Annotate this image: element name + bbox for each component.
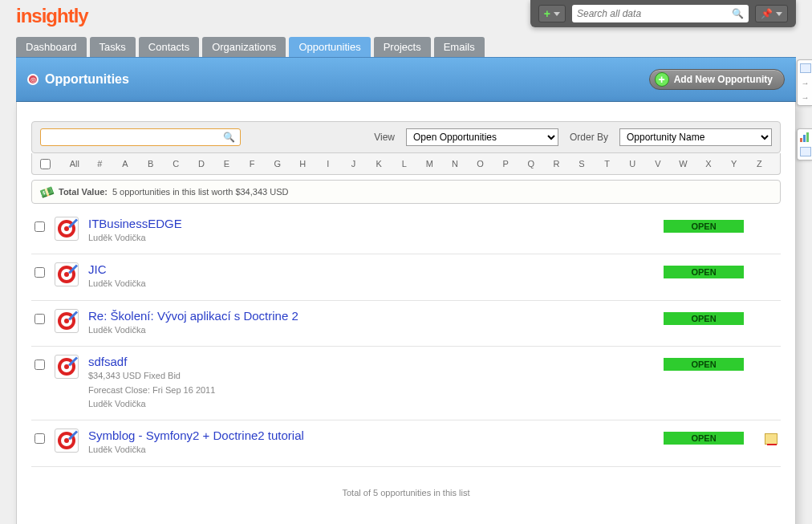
- row-actions: [753, 433, 777, 445]
- arrow-right-icon[interactable]: →: [800, 92, 811, 102]
- filter-bar: 🔍 View Open Opportunities Order By Oppor…: [31, 121, 781, 153]
- window-icon[interactable]: [800, 147, 811, 156]
- logo[interactable]: insightly: [16, 5, 88, 27]
- right-dock: → →: [797, 59, 812, 183]
- alpha-filter-l[interactable]: L: [392, 156, 417, 171]
- row-checkbox[interactable]: [35, 314, 45, 324]
- alpha-filter-i[interactable]: I: [315, 156, 341, 171]
- opportunity-title[interactable]: ITBusinessEDGE: [88, 217, 182, 230]
- alpha-filter-u[interactable]: U: [619, 156, 645, 171]
- alpha-filter-v[interactable]: V: [645, 156, 671, 171]
- alpha-filter-p[interactable]: P: [493, 156, 518, 171]
- opportunity-icon: [55, 217, 79, 241]
- alpha-filter-c[interactable]: C: [163, 156, 189, 171]
- opportunity-subline: Luděk Vodička: [88, 278, 622, 290]
- dock-group-2[interactable]: [797, 128, 812, 160]
- row-info: Symblog - Symfony2 + Doctrine2 tutorialL…: [88, 429, 622, 456]
- alpha-filter-a[interactable]: A: [112, 156, 138, 171]
- alpha-filter-y[interactable]: Y: [721, 156, 747, 171]
- opportunity-title[interactable]: Re: Školení: Vývoj aplikací s Doctrine 2: [88, 309, 298, 323]
- top-toolbar: + 🔍 📌: [530, 0, 796, 27]
- alpha-filter-n[interactable]: N: [442, 156, 468, 171]
- order-by-select[interactable]: Opportunity Name: [619, 128, 772, 146]
- alpha-filter-m[interactable]: M: [417, 156, 443, 171]
- alpha-filter-w[interactable]: W: [671, 156, 696, 171]
- global-search-input[interactable]: [577, 8, 732, 19]
- row-info: ITBusinessEDGELuděk Vodička: [88, 217, 622, 244]
- alpha-filter-all[interactable]: All: [62, 156, 87, 171]
- alpha-filter-x[interactable]: X: [696, 156, 721, 171]
- opportunity-title[interactable]: JIC: [88, 262, 107, 276]
- quick-add-button[interactable]: +: [538, 5, 566, 22]
- status-badge: OPEN: [664, 312, 744, 325]
- total-value-text: 5 opportunities in this list worth $34,3…: [112, 187, 289, 197]
- list-search-input[interactable]: [46, 132, 223, 143]
- bar-chart-icon[interactable]: [800, 132, 811, 142]
- alpha-filter: All#ABCDEFGHIJKLMNOPQRSTUVWXYZ: [31, 153, 781, 175]
- arrow-right-icon[interactable]: →: [800, 78, 811, 87]
- dock-group-1[interactable]: → →: [797, 59, 812, 106]
- opportunity-icon: [55, 262, 79, 286]
- tab-dashboard[interactable]: Dashboard: [16, 37, 87, 57]
- add-opportunity-label: Add New Opportunity: [674, 74, 773, 85]
- alpha-filter-r[interactable]: R: [544, 156, 570, 171]
- opportunity-list: ITBusinessEDGELuděk VodičkaOPENJICLuděk …: [31, 209, 781, 467]
- status-badge: OPEN: [664, 266, 744, 278]
- tab-projects[interactable]: Projects: [374, 37, 431, 57]
- order-by-label: Order By: [570, 132, 608, 143]
- alpha-filter-b[interactable]: B: [138, 156, 164, 171]
- opportunity-icon: [55, 429, 79, 453]
- list-item: sdfsadf$34,343 USD Fixed BidForecast Clo…: [31, 347, 781, 420]
- plus-circle-icon: +: [655, 72, 669, 87]
- opportunity-subline: Luděk Vodička: [88, 232, 622, 244]
- pin-menu-button[interactable]: 📌: [755, 5, 788, 22]
- alpha-filter-f[interactable]: F: [239, 156, 265, 171]
- row-info: sdfsadf$34,343 USD Fixed BidForecast Clo…: [88, 355, 622, 410]
- select-all-checkbox[interactable]: [40, 159, 51, 169]
- window-icon[interactable]: [800, 63, 811, 73]
- row-checkbox[interactable]: [35, 267, 45, 278]
- alpha-filter-z[interactable]: Z: [746, 156, 772, 171]
- row-checkbox[interactable]: [35, 359, 45, 370]
- alpha-filter-g[interactable]: G: [265, 156, 290, 171]
- total-value-bar: 💵 Total Value: 5 opportunities in this l…: [31, 180, 781, 204]
- global-search[interactable]: 🔍: [572, 5, 749, 22]
- view-label: View: [374, 132, 395, 143]
- tab-emails[interactable]: Emails: [434, 37, 485, 57]
- plus-icon: +: [544, 7, 550, 20]
- view-select[interactable]: Open Opportunities: [406, 128, 558, 146]
- opportunity-title[interactable]: sdfsadf: [88, 355, 127, 368]
- alpha-filter-e[interactable]: E: [214, 156, 240, 171]
- status-badge: OPEN: [664, 220, 744, 233]
- add-opportunity-button[interactable]: + Add New Opportunity: [649, 69, 785, 90]
- status-badge: OPEN: [664, 432, 744, 445]
- tab-opportunities[interactable]: Opportunities: [289, 37, 370, 57]
- list-item: JICLuděk VodičkaOPEN: [31, 254, 781, 300]
- row-checkbox[interactable]: [35, 433, 45, 444]
- opportunity-subline: Forecast Close: Fri Sep 16 2011: [88, 384, 622, 396]
- tab-contacts[interactable]: Contacts: [139, 37, 199, 57]
- alpha-filter-j[interactable]: J: [341, 156, 367, 171]
- note-icon[interactable]: [765, 433, 777, 445]
- alpha-filter-d[interactable]: D: [189, 156, 214, 171]
- chevron-down-icon: [776, 12, 782, 16]
- opportunity-title[interactable]: Symblog - Symfony2 + Doctrine2 tutorial: [88, 429, 304, 442]
- row-checkbox[interactable]: [35, 221, 45, 232]
- tab-organizations[interactable]: Organizations: [202, 37, 286, 57]
- list-item: Symblog - Symfony2 + Doctrine2 tutorialL…: [31, 420, 781, 466]
- tab-tasks[interactable]: Tasks: [90, 37, 136, 57]
- list-search[interactable]: 🔍: [40, 128, 241, 146]
- row-info: JICLuděk Vodička: [88, 262, 622, 290]
- alpha-filter-t[interactable]: T: [595, 156, 620, 171]
- search-icon[interactable]: 🔍: [732, 8, 744, 19]
- alpha-filter-k[interactable]: K: [366, 156, 392, 171]
- alpha-filter-s[interactable]: S: [569, 156, 595, 171]
- search-icon[interactable]: 🔍: [223, 132, 235, 143]
- alpha-filter-q[interactable]: Q: [518, 156, 544, 171]
- target-icon: ◎: [27, 74, 39, 85]
- alpha-filter-o[interactable]: O: [468, 156, 493, 171]
- alpha-filter-h[interactable]: H: [290, 156, 315, 171]
- alpha-filter-#[interactable]: #: [87, 156, 113, 171]
- status-badge: OPEN: [664, 358, 744, 371]
- main-tabs: DashboardTasksContactsOrganizationsOppor…: [0, 37, 812, 57]
